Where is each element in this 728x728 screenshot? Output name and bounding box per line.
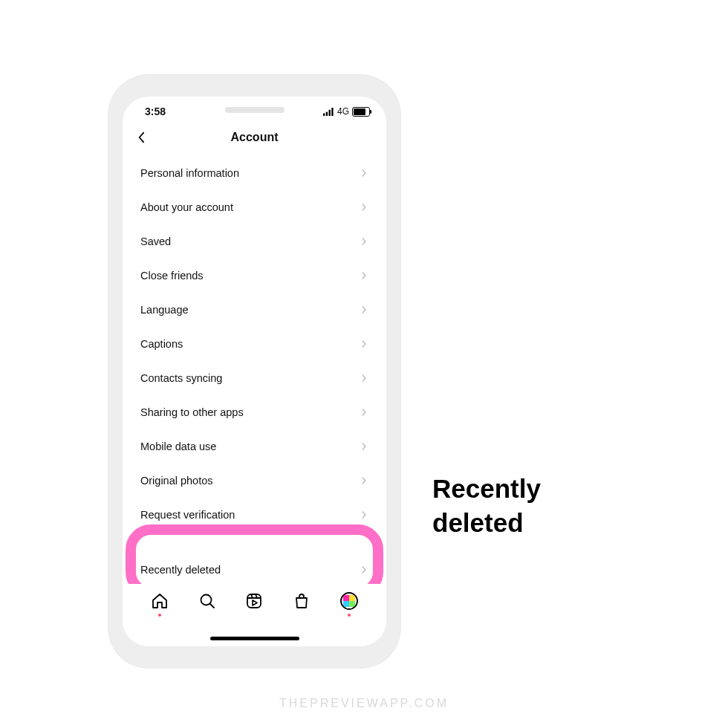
row-about-your-account[interactable]: About your account (123, 190, 386, 224)
phone-frame: 3:58 4G Account Personal information (108, 74, 401, 669)
notification-dot-icon (158, 614, 161, 617)
watermark: THEPREVIEWAPP.COM (279, 697, 449, 710)
row-label: Close friends (140, 270, 204, 282)
nav-search[interactable] (198, 591, 217, 611)
row-label: Personal information (140, 167, 239, 179)
chevron-right-icon (360, 271, 368, 280)
svg-rect-2 (328, 109, 330, 115)
svg-line-5 (210, 604, 214, 608)
profile-avatar-icon (340, 592, 358, 610)
chevron-right-icon (360, 408, 368, 417)
row-label: Sharing to other apps (140, 406, 244, 418)
status-indicators: 4G (323, 106, 370, 117)
page-title: Account (231, 131, 279, 144)
row-label: Recently deleted (140, 564, 221, 576)
chevron-right-icon (360, 374, 368, 383)
row-recently-deleted[interactable]: Recently deleted (123, 553, 386, 587)
back-button[interactable] (133, 129, 149, 146)
row-label: Mobile data use (140, 441, 216, 452)
chevron-right-icon (360, 339, 368, 348)
row-personal-information[interactable]: Personal information (123, 156, 386, 190)
row-label: Captions (140, 338, 183, 350)
notch (225, 107, 285, 113)
row-sharing-to-other-apps[interactable]: Sharing to other apps (123, 395, 386, 429)
status-time: 3:58 (145, 105, 166, 117)
svg-rect-11 (343, 595, 349, 601)
settings-list: Personal information About your account … (123, 153, 386, 630)
signal-icon (323, 108, 334, 116)
row-label: Request verification (140, 509, 235, 521)
network-label: 4G (337, 106, 349, 117)
chevron-right-icon (360, 442, 368, 451)
row-label: Contacts syncing (140, 372, 222, 384)
annotation-label: Recently deleted (432, 472, 541, 539)
notification-dot-icon (348, 614, 351, 617)
row-original-photos[interactable]: Original photos (123, 464, 386, 498)
chevron-right-icon (360, 169, 368, 178)
chevron-right-icon (360, 237, 368, 246)
row-language[interactable]: Language (123, 293, 386, 327)
nav-shop[interactable] (292, 591, 311, 611)
nav-profile[interactable] (339, 591, 359, 611)
bottom-nav (123, 584, 386, 646)
row-label: About your account (140, 201, 233, 213)
row-contacts-syncing[interactable]: Contacts syncing (123, 361, 386, 395)
row-mobile-data-use[interactable]: Mobile data use (123, 429, 386, 464)
chevron-left-icon (136, 131, 146, 143)
svg-rect-13 (343, 601, 349, 607)
chevron-right-icon (360, 203, 368, 212)
chevron-right-icon (360, 510, 368, 519)
chevron-right-icon (360, 476, 368, 485)
row-label: Saved (140, 235, 171, 247)
svg-rect-0 (323, 113, 325, 116)
row-label: Language (140, 304, 189, 316)
annotation-line: Recently (432, 472, 541, 506)
svg-rect-12 (349, 595, 355, 601)
phone-screen: 3:58 4G Account Personal information (123, 97, 386, 646)
svg-rect-14 (349, 601, 355, 607)
svg-rect-1 (326, 111, 328, 116)
home-icon (151, 592, 169, 610)
row-captions[interactable]: Captions (123, 327, 386, 361)
row-close-friends[interactable]: Close friends (123, 259, 386, 293)
row-label: Original photos (140, 475, 213, 487)
row-request-verification[interactable]: Request verification (123, 498, 386, 532)
shop-icon (293, 592, 311, 610)
nav-reels[interactable] (244, 591, 264, 611)
home-indicator (210, 637, 299, 640)
nav-home[interactable] (150, 591, 169, 611)
search-icon (198, 592, 216, 610)
chevron-right-icon (360, 565, 368, 574)
reels-icon (245, 592, 263, 610)
chevron-right-icon (360, 305, 368, 314)
annotation-line: deleted (432, 506, 541, 540)
svg-rect-3 (331, 108, 333, 116)
page-header: Account (123, 122, 386, 153)
row-saved[interactable]: Saved (123, 224, 386, 259)
battery-icon (352, 107, 370, 117)
